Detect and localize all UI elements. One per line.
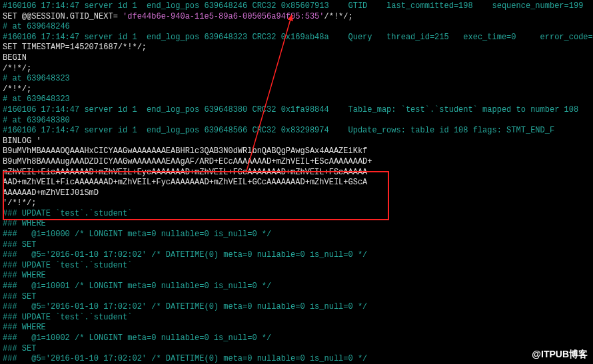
terminal-line: ### @5='2016-01-10 17:02:02' /* DATETIME…	[3, 250, 590, 261]
terminal-line: ### UPDATE `test`.`student`	[3, 313, 590, 323]
terminal-line: ### @5='2016-01-10 17:02:02' /* DATETIME…	[3, 354, 590, 364]
terminal-line: # at 639648323	[3, 94, 590, 105]
terminal-line: B9uMVhMBAAAAOQAAAHxCICYAAGwAAAAAAAEABHRl…	[3, 146, 590, 157]
terminal-line: AAAAAAD+mZhVEIJ0iSmD	[3, 188, 590, 199]
terminal-line: ### WHERE	[3, 323, 590, 333]
terminal-line: # at 639648246	[3, 22, 590, 33]
terminal-line: ### UPDATE `test`.`student`	[3, 261, 590, 272]
terminal-line: /*!*/;	[3, 85, 590, 95]
terminal-line: #160106 17:14:47 server id 1 end_log_pos…	[3, 105, 590, 116]
terminal-line: ### SET	[3, 292, 590, 303]
terminal-line: SET @@SESSION.GTID_NEXT= 'dfe44b6e-940a-…	[3, 12, 590, 23]
terminal-line: AAD+mZhVEIL+FicAAAAAAAD+mZhVEIL+FycAAAAA…	[3, 178, 590, 188]
terminal-line: #160106 17:14:47 server id 1 end_log_pos…	[3, 33, 590, 43]
terminal-line: BINLOG '	[3, 136, 590, 147]
terminal-line: mZhVEIL+EicAAAAAAAD+mZhVEIL+EycAAAAAAAD+…	[3, 168, 590, 178]
terminal-line: '/*!*/;	[3, 198, 590, 209]
terminal-line: ### WHERE	[3, 219, 590, 230]
terminal-line: ### @5='2016-01-10 17:02:02' /* DATETIME…	[3, 302, 590, 313]
terminal-line: ### @1=10002 /* LONGINT meta=0 nullable=…	[3, 333, 590, 344]
terminal-line: BEGIN	[3, 53, 590, 64]
terminal-line: ### @1=10000 /* LONGINT meta=0 nullable=…	[3, 230, 590, 240]
terminal-line: # at 639648323	[3, 74, 590, 85]
terminal-line: ### SET	[3, 344, 590, 355]
terminal-line: ### @1=10001 /* LONGINT meta=0 nullable=…	[3, 281, 590, 292]
terminal-line: ### UPDATE `test`.`student`	[3, 209, 590, 220]
terminal-line: B9uMVh8BAAAAugAAADZDICYAAGwAAAAAAAEAAgAF…	[3, 157, 590, 168]
watermark: @ITPUB博客	[532, 348, 588, 360]
terminal-output: #160106 17:14:47 server id 1 end_log_pos…	[3, 1, 590, 364]
terminal-line: #160106 17:14:47 server id 1 end_log_pos…	[3, 126, 590, 136]
terminal-line: ### SET	[3, 240, 590, 251]
terminal-line: /*!*/;	[3, 64, 590, 75]
terminal-line: SET TIMESTAMP=1452071687/*!*/;	[3, 43, 590, 53]
terminal-line: #160106 17:14:47 server id 1 end_log_pos…	[3, 1, 590, 12]
terminal-line: # at 639648380	[3, 116, 590, 126]
terminal-line: ### WHERE	[3, 271, 590, 281]
